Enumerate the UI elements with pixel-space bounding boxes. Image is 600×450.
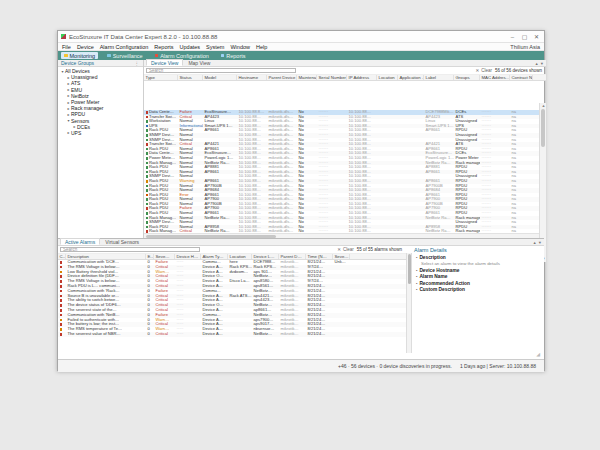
status-bar: +46 · 56 devices · 0 device discoveries … <box>58 359 544 372</box>
alarm-cell-e: 0 <box>146 332 154 337</box>
alarm-column-header-0[interactable]: C… <box>58 254 66 260</box>
alarm-severity-icon <box>60 261 63 264</box>
menu-file[interactable]: File <box>62 44 71 50</box>
menu-window[interactable]: Window <box>230 44 250 50</box>
device-type-icon <box>146 129 149 132</box>
tab-active-alarms[interactable]: Active Alarms <box>60 238 100 245</box>
reports-icon <box>221 54 225 58</box>
column-header-m[interactable]: Model <box>203 75 237 81</box>
alarm-column-header-8[interactable]: Parent D… <box>279 254 306 260</box>
alarm-configuration-icon <box>155 54 159 58</box>
alarm-detail-item: •Device Hostname <box>416 268 530 273</box>
tab-map-view[interactable]: Map View <box>184 59 214 66</box>
title-bar[interactable]: EcoStruxure IT Data Center Expert 8.2.0 … <box>58 31 544 43</box>
alarm-count: 55 of 55 alarms shown <box>357 247 402 252</box>
resize-grip-icon[interactable]: ◢ <box>536 351 540 357</box>
alarm-column-header-10[interactable]: Seve… <box>333 254 350 260</box>
nav-tab-surveillance[interactable]: Surveillance <box>104 52 145 59</box>
scroll-thumb[interactable] <box>408 254 411 284</box>
maximize-button[interactable]: ▢ <box>520 32 529 42</box>
device-search-input[interactable] <box>146 68 296 74</box>
alarm-column-header-4[interactable]: Device H… <box>175 254 201 260</box>
alarm-cell-h: ····· <box>175 332 201 337</box>
nav-tab-reports[interactable]: Reports <box>218 52 249 59</box>
column-header-label[interactable]: Label <box>424 75 454 81</box>
device-type-icon <box>146 125 149 128</box>
column-header-app[interactable]: Application ... <box>398 75 424 81</box>
app-logo-icon <box>61 34 66 39</box>
tree-item-label: All Devices <box>65 68 90 74</box>
nav-tab-alarm-configuration[interactable]: Alarm Configuration <box>152 52 212 59</box>
close-button[interactable]: ✕ <box>532 32 541 42</box>
column-header-host[interactable]: Hostname <box>237 75 267 81</box>
device-type-icon <box>146 221 149 224</box>
scroll-thumb[interactable] <box>541 109 545 147</box>
device-clear-link[interactable]: ✕ Clear <box>474 68 492 73</box>
menu-help[interactable]: Help <box>256 44 267 50</box>
column-header-t[interactable]: Type <box>144 75 178 81</box>
alarm-clear-link[interactable]: ✕ Clear <box>336 247 354 252</box>
alarm-severity-icon <box>60 333 63 336</box>
alarm-column-header-9[interactable]: Time (N… <box>306 254 333 260</box>
tree-item-label: ATS <box>71 80 80 86</box>
alarm-cell-dl: NetBotz… <box>252 332 279 337</box>
alarm-severity-icon <box>60 285 63 288</box>
collapse-panel-icon[interactable]: ▴ <box>532 240 536 245</box>
menu-reports[interactable]: Reports <box>154 44 173 50</box>
alarm-severity-icon <box>60 319 63 322</box>
alarm-column-header-3[interactable]: Seve… <box>154 254 175 260</box>
alarms-table-area: ✕ Clear 55 of 55 alarms shown C…Descript… <box>58 246 406 360</box>
device-groups-header[interactable]: Device Groups ⋮ <box>58 60 143 67</box>
alarm-cell-x <box>333 332 350 337</box>
alarm-column-header-1[interactable]: Description <box>66 254 146 260</box>
alarm-column-header-6[interactable]: Location <box>228 254 252 260</box>
device-type-icon <box>146 116 149 119</box>
column-header-maint[interactable]: Maintenan... <box>297 75 317 81</box>
column-header-mac[interactable]: MAC Addres... <box>480 75 510 81</box>
menu-alarm-configuration[interactable]: Alarm Configuration <box>100 44 149 50</box>
alarm-cell-s: Critical <box>154 332 175 337</box>
expand-panel-icon[interactable]: ▾ <box>538 240 542 245</box>
column-header-g[interactable]: Groups <box>454 75 480 81</box>
expand-panel-icon[interactable]: ▾ <box>540 61 544 66</box>
column-header-contract[interactable]: Contract Nu... <box>510 75 533 81</box>
alarm-table-vscrollbar[interactable] <box>406 253 412 353</box>
menu-system[interactable]: System <box>206 44 224 50</box>
tree-item-label: RPDU <box>71 111 85 117</box>
upper-area: Device Groups ⋮ ▾All Devices▸Unassigned▸… <box>58 60 544 238</box>
panel-menu-icon[interactable]: ⋮ <box>134 61 141 66</box>
bullet-icon: • <box>416 287 417 292</box>
device-view-panel: Device View Map View ▴ ▾ ✕ Clear 56 of 5… <box>144 60 546 238</box>
bullet-icon: • <box>416 255 417 260</box>
column-header-loc[interactable]: Location <box>377 75 398 81</box>
collapse-panel-icon[interactable]: ▴ <box>534 61 538 66</box>
column-header-ip[interactable]: IP Address <box>347 75 377 81</box>
menu-updates[interactable]: Updates <box>180 44 201 50</box>
column-header-s[interactable]: Status <box>178 75 203 81</box>
tree-item-ups[interactable]: ▸UPS <box>58 130 143 136</box>
column-header-serial[interactable]: Serial Number <box>317 75 347 81</box>
device-type-icon <box>146 175 149 178</box>
alarm-severity-icon <box>60 304 63 307</box>
alarm-severity-icon <box>60 266 63 269</box>
alarm-search-input[interactable] <box>60 247 200 253</box>
tab-device-view[interactable]: Device View <box>146 59 183 66</box>
nav-tab-label: Monitoring <box>70 53 96 59</box>
column-header-parent[interactable]: Parent Device <box>267 75 297 81</box>
alarm-column-header-5[interactable]: Alarm Ty… <box>201 254 228 260</box>
app-window: EcoStruxure IT Data Center Expert 8.2.0 … <box>57 30 545 371</box>
alarm-detail-item: •Recommended Action <box>416 281 530 286</box>
alarm-detail-label: Custom Description <box>419 287 465 292</box>
tab-virtual-sensors[interactable]: Virtual Sensors <box>101 238 143 245</box>
nav-tab-label: Surveillance <box>113 53 143 59</box>
alarm-row[interactable]: The severest value of NBR…0Critical·····… <box>58 332 406 337</box>
device-clear-label: Clear <box>481 68 492 73</box>
menu-device[interactable]: Device <box>77 44 94 50</box>
minimize-button[interactable]: – <box>508 32 517 42</box>
window-title: EcoStruxure IT Data Center Expert 8.2.0 … <box>69 34 505 40</box>
alarm-column-header-7[interactable]: Device L… <box>252 254 279 260</box>
nav-tab-monitoring[interactable]: Monitoring <box>61 52 98 59</box>
device-type-icon <box>146 120 149 123</box>
tree-item-label: NetBotz <box>71 93 89 99</box>
alarm-column-header-2[interactable]: E… <box>146 254 154 260</box>
